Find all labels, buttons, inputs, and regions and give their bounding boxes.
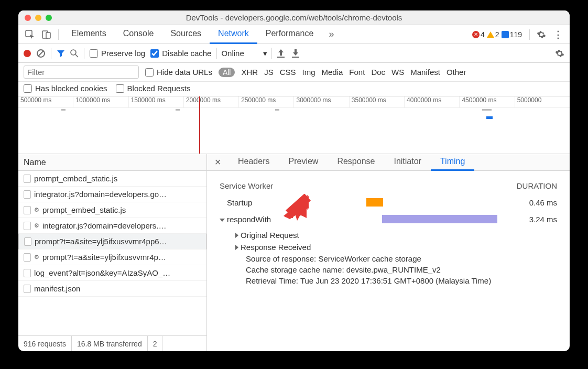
tab-console[interactable]: Console [115, 25, 162, 44]
detail-tab-timing[interactable]: Timing [431, 154, 474, 171]
blocked-requests-label: Blocked Requests [127, 84, 191, 93]
timeline-tick: 500000 ms [18, 96, 73, 107]
request-row[interactable]: prompt?t=a&site=ylj5ifxusvvmr4pp6… [18, 234, 206, 249]
filter-type-media[interactable]: Media [322, 68, 343, 77]
warnings-badge[interactable]: 2 [487, 30, 499, 39]
filter-toggle-icon[interactable] [57, 49, 65, 58]
filter-type-manifest[interactable]: Manifest [410, 68, 440, 77]
timeline-tick: 3500000 ms [349, 96, 404, 107]
inspect-element-icon[interactable] [23, 27, 37, 42]
window-title: DevTools - developers.google.com/web/too… [18, 13, 570, 22]
file-icon [24, 190, 31, 199]
timing-body: Service Worker DURATION Startup 0.46 ms … [207, 171, 570, 351]
more-tabs-icon[interactable]: » [324, 27, 339, 42]
filter-type-font[interactable]: Font [349, 68, 365, 77]
minimize-window-button[interactable] [35, 15, 41, 21]
error-icon: ✕ [472, 31, 480, 38]
timing-row-respondwith[interactable]: respondWith 3.24 ms [220, 212, 557, 226]
request-row[interactable]: manifest.json [18, 281, 206, 297]
throttling-select[interactable]: Online ▾ [216, 48, 271, 59]
file-icon [24, 285, 31, 293]
request-row[interactable]: integrator.js?domain=developers.go… [18, 187, 206, 202]
filter-all-pill[interactable]: All [219, 68, 235, 77]
request-row[interactable]: ⚙prompt_embed_static.js [18, 202, 206, 218]
messages-badge[interactable]: 119 [502, 30, 522, 39]
detail-tab-preview[interactable]: Preview [279, 154, 328, 171]
record-button[interactable] [24, 50, 31, 57]
timing-row-startup: Startup 0.46 ms [220, 196, 557, 209]
tab-elements[interactable]: Elements [63, 25, 115, 44]
request-row[interactable]: ⚙integrator.js?domain=developers.… [18, 218, 206, 234]
detail-tab-headers[interactable]: Headers [228, 154, 279, 171]
filter-type-img[interactable]: Img [302, 68, 315, 77]
timeline-activity-marker [482, 109, 492, 111]
file-icon [24, 253, 31, 262]
caret-right-icon [235, 233, 238, 238]
filter-type-other[interactable]: Other [447, 68, 466, 77]
detail-tab-response[interactable]: Response [328, 154, 384, 171]
timing-section-label: Service Worker [220, 181, 273, 190]
kebab-menu-icon[interactable]: ⋮ [551, 27, 565, 42]
column-header-name[interactable]: Name [18, 154, 206, 171]
search-icon[interactable] [70, 49, 79, 58]
service-worker-gear-icon: ⚙ [34, 207, 39, 213]
request-name: prompt?t=a&site=ylj5ifxusvvmr4pp6… [35, 237, 167, 246]
service-worker-gear-icon: ⚙ [34, 254, 39, 261]
status-requests: 916 requests [18, 336, 72, 351]
caret-down-icon [220, 219, 225, 222]
timeline-tick: 4000000 ms [404, 96, 459, 107]
timeline-overview[interactable]: 500000 ms 1000000 ms 1500000 ms 2000000 … [18, 96, 570, 154]
has-blocked-cookies-label: Has blocked cookies [35, 84, 107, 93]
timing-duration-header: DURATION [517, 181, 557, 190]
preserve-log-checkbox[interactable]: Preserve log [90, 49, 145, 58]
messages-count: 119 [510, 30, 522, 39]
request-row[interactable]: ⚙prompt?t=a&site=ylj5ifxusvvmr4p… [18, 249, 206, 265]
hide-data-urls-checkbox[interactable]: Hide data URLs [145, 68, 212, 77]
timeline-activity-marker [275, 109, 279, 111]
request-row[interactable]: prompt_embed_static.js [18, 171, 206, 187]
disable-cache-checkbox[interactable]: Disable cache [150, 49, 211, 58]
close-window-button[interactable] [25, 15, 31, 21]
timeline-load-marker [199, 96, 200, 154]
upload-har-icon[interactable] [277, 49, 285, 58]
settings-icon[interactable] [534, 27, 549, 42]
timing-detail-source: Source of response: ServiceWorker cache … [220, 253, 557, 264]
filter-type-ws[interactable]: WS [391, 68, 404, 77]
service-worker-gear-icon: ⚙ [34, 222, 39, 229]
download-har-icon[interactable] [292, 49, 299, 58]
preserve-log-label: Preserve log [101, 49, 145, 58]
close-detail-icon[interactable]: ✕ [207, 157, 228, 167]
detail-tabs: ✕ Headers Preview Response Initiator Tim… [207, 154, 570, 171]
detail-tab-initiator[interactable]: Initiator [384, 154, 430, 171]
filter-type-xhr[interactable]: XHR [241, 68, 258, 77]
request-row[interactable]: log_event?alt=json&key=AIzaSyAO_… [18, 265, 206, 281]
timeline-tick: 4500000 ms [459, 96, 514, 107]
filter-type-js[interactable]: JS [264, 68, 274, 77]
blocked-requests-checkbox[interactable]: Blocked Requests [116, 84, 191, 93]
status-transferred: 16.8 MB transferred [72, 336, 148, 351]
timeline-tick: 2500000 ms [238, 96, 293, 107]
svg-point-5 [71, 50, 76, 55]
request-name: integrator.js?domain=developers.go… [34, 190, 167, 199]
timing-bar-respondwith [382, 215, 497, 223]
disable-cache-label: Disable cache [162, 49, 211, 58]
tab-performance[interactable]: Performance [257, 25, 322, 44]
file-icon [24, 269, 31, 277]
maximize-window-button[interactable] [46, 15, 52, 21]
timing-child-original-request[interactable]: Original Request [220, 229, 557, 241]
tab-network[interactable]: Network [210, 25, 257, 44]
errors-badge[interactable]: ✕ 4 [472, 30, 485, 39]
filter-input[interactable] [24, 66, 139, 79]
timing-startup-label: Startup [220, 198, 324, 207]
clear-button[interactable] [36, 49, 46, 58]
timing-detail-retrieval-time: Retrieval Time: Tue Jun 23 2020 17:36:51… [220, 275, 557, 286]
has-blocked-cookies-checkbox[interactable]: Has blocked cookies [24, 84, 107, 93]
request-name: prompt_embed_static.js [34, 174, 117, 183]
request-name: prompt?t=a&site=ylj5ifxusvvmr4p… [42, 253, 166, 262]
filter-type-doc[interactable]: Doc [371, 68, 385, 77]
tab-sources[interactable]: Sources [162, 25, 210, 44]
network-settings-icon[interactable] [555, 49, 564, 58]
filter-type-css[interactable]: CSS [280, 68, 296, 77]
timing-child-response-received[interactable]: Response Received [220, 241, 557, 253]
device-toolbar-icon[interactable] [39, 27, 54, 42]
